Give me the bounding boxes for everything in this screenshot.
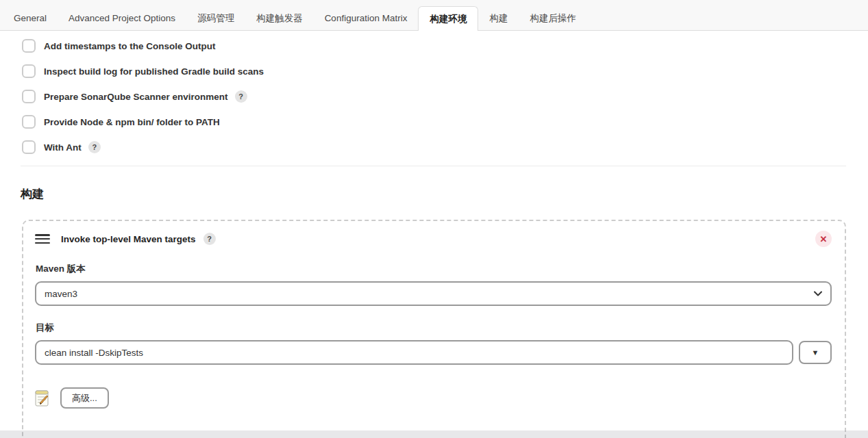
advanced-button[interactable]: 高级...	[60, 387, 109, 409]
advanced-row: 高级...	[35, 387, 832, 409]
config-tabbar: General Advanced Project Options 源码管理 构建…	[0, 0, 868, 31]
node-npm-checkbox[interactable]	[22, 115, 36, 129]
goals-label: 目标	[36, 322, 832, 334]
checkbox-label: Provide Node & npm bin/ folder to PATH	[44, 117, 220, 127]
tab-build[interactable]: 构建	[478, 6, 519, 30]
tab-build-environment[interactable]: 构建环境	[418, 6, 478, 31]
build-section-heading: 构建	[21, 186, 846, 202]
notepad-pencil-icon	[35, 390, 50, 407]
help-icon[interactable]: ?	[88, 141, 101, 153]
section-divider	[21, 166, 846, 166]
help-icon[interactable]: ?	[203, 233, 216, 245]
step-title: Invoke top-level Maven targets	[61, 234, 196, 244]
tab-post-build-actions[interactable]: 构建后操作	[519, 6, 587, 30]
maven-build-step-card: Invoke top-level Maven targets ? ✕ Maven…	[22, 220, 846, 438]
step-header: Invoke top-level Maven targets ? ✕	[35, 229, 832, 247]
gradle-scans-checkbox[interactable]	[22, 64, 36, 78]
with-ant-checkbox[interactable]	[22, 140, 36, 154]
tab-advanced-project-options[interactable]: Advanced Project Options	[58, 6, 186, 30]
tab-build-triggers[interactable]: 构建触发器	[245, 6, 314, 30]
checkbox-row-gradle-scans: Inspect build log for published Gradle b…	[22, 63, 846, 79]
tab-source-code-management[interactable]: 源码管理	[186, 6, 245, 30]
maven-version-value: maven3	[45, 289, 814, 299]
goals-input[interactable]	[35, 340, 793, 365]
maven-version-label: Maven 版本	[36, 263, 832, 275]
checkbox-row-timestamps: Add timestamps to the Console Output	[22, 38, 846, 54]
checkbox-label: Inspect build log for published Gradle b…	[44, 66, 264, 77]
drag-handle-icon[interactable]	[35, 233, 50, 244]
maven-version-select[interactable]: maven3	[35, 281, 832, 306]
tab-configuration-matrix[interactable]: Configuration Matrix	[314, 6, 419, 30]
sonarqube-checkbox[interactable]	[22, 90, 36, 103]
checkbox-row-node-npm: Provide Node & npm bin/ folder to PATH	[22, 114, 846, 130]
goals-row: ▼	[35, 340, 832, 365]
close-icon[interactable]: ✕	[815, 231, 832, 247]
timestamps-checkbox[interactable]	[22, 39, 36, 53]
checkbox-row-sonarqube: Prepare SonarQube Scanner environment ?	[22, 88, 846, 105]
checkbox-row-with-ant: With Ant ?	[22, 139, 846, 155]
tab-general[interactable]: General	[3, 6, 58, 30]
help-icon[interactable]: ?	[235, 90, 247, 103]
checkbox-label: With Ant	[44, 142, 82, 153]
checkbox-label: Add timestamps to the Console Output	[44, 41, 216, 51]
expand-textarea-button[interactable]: ▼	[799, 341, 832, 364]
checkbox-label: Prepare SonarQube Scanner environment	[44, 92, 228, 102]
chevron-down-icon	[814, 291, 822, 296]
build-environment-options: Add timestamps to the Console Output Ins…	[0, 31, 868, 155]
